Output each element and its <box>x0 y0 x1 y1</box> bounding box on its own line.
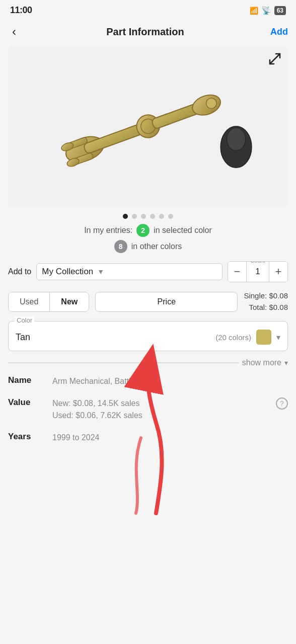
used-button[interactable]: Used <box>9 292 50 311</box>
entries-section: In my entries: 2 in selected color 8 in … <box>0 224 296 253</box>
decrement-button[interactable]: − <box>228 262 246 282</box>
show-more-text[interactable]: show more <box>242 358 281 367</box>
count-control: − Count 1 + <box>228 261 288 282</box>
color-field-label: Color <box>15 316 34 324</box>
dot-2[interactable] <box>132 214 137 219</box>
color-section: Color Tan (20 colors) ▾ <box>8 321 288 351</box>
name-row: Name Arm Mechanical, Battle Droid <box>8 375 288 387</box>
add-button[interactable]: Add <box>270 27 288 37</box>
dot-6[interactable] <box>168 214 173 219</box>
price-total: Total: $0.08 <box>244 302 288 313</box>
signal-icon: 📶 <box>250 7 258 15</box>
value-help-icon[interactable]: ? <box>276 397 288 410</box>
dot-3[interactable] <box>141 214 146 219</box>
price-info: Single: $0.08 Total: $0.08 <box>244 290 288 313</box>
dot-4[interactable] <box>150 214 155 219</box>
color-row: Tan (20 colors) ▾ <box>16 330 280 345</box>
collection-selector[interactable]: My Collection ▼ <box>36 263 223 280</box>
add-to-label: Add to <box>8 267 31 276</box>
info-section: Name Arm Mechanical, Battle Droid Value … <box>0 375 296 444</box>
price-button[interactable]: Price <box>95 292 238 312</box>
back-button[interactable]: ‹ <box>8 23 20 41</box>
dot-5[interactable] <box>159 214 164 219</box>
svg-line-2 <box>275 54 280 59</box>
show-more-row: show more ▾ <box>0 353 296 375</box>
show-more-line <box>8 362 239 363</box>
condition-toggle: Used New <box>8 292 89 312</box>
wifi-icon: 📡 <box>261 6 271 15</box>
color-name: Tan <box>16 332 210 343</box>
count-wrapper: Count 1 <box>246 262 269 282</box>
other-colors-row: 8 in other colors <box>114 240 182 253</box>
battery-badge: 63 <box>274 6 286 15</box>
value-content: New: $0.08, 14.5K sales Used: $0.06, 7.6… <box>52 397 268 422</box>
collection-dropdown-arrow: ▼ <box>97 268 104 276</box>
name-label: Name <box>8 375 44 385</box>
years-value: 1999 to 2024 <box>52 432 288 444</box>
new-button[interactable]: New <box>50 292 89 311</box>
color-swatch <box>256 330 271 345</box>
value-line2: Used: $0.06, 7.62K sales <box>52 411 142 420</box>
name-value: Arm Mechanical, Battle Droid <box>52 375 288 387</box>
color-dropdown-arrow[interactable]: ▾ <box>276 333 280 342</box>
count-value[interactable]: 1 <box>247 262 269 282</box>
nav-bar: ‹ Part Information Add <box>0 19 296 46</box>
svg-point-18 <box>227 128 245 150</box>
condition-price-row: Used New Price Single: $0.08 Total: $0.0… <box>0 290 296 313</box>
status-time: 11:00 <box>10 5 32 16</box>
expand-icon[interactable] <box>268 52 282 69</box>
entries-label: In my entries: <box>84 226 132 235</box>
part-image-container <box>8 46 288 207</box>
color-count: (20 colors) <box>215 333 251 342</box>
other-colors-text: in other colors <box>131 242 182 251</box>
price-single: Single: $0.08 <box>244 290 288 302</box>
svg-line-5 <box>270 59 275 64</box>
increment-button[interactable]: + <box>269 262 287 282</box>
entries-label-row: In my entries: 2 in selected color <box>84 224 212 237</box>
dot-1[interactable] <box>123 214 128 219</box>
value-row: Value New: $0.08, 14.5K sales Used: $0.0… <box>8 397 288 422</box>
image-dots <box>0 214 296 219</box>
part-image <box>22 54 274 199</box>
page-title: Part Information <box>106 26 184 38</box>
years-row: Years 1999 to 2024 <box>8 432 288 444</box>
years-label: Years <box>8 432 44 442</box>
status-bar: 11:00 📶 📡 63 <box>0 0 296 19</box>
status-icons: 📶 📡 63 <box>250 6 286 15</box>
value-label: Value <box>8 397 44 408</box>
add-to-section: Add to My Collection ▼ − Count 1 + <box>0 261 296 282</box>
other-colors-badge: 8 <box>114 240 127 253</box>
show-more-chevron: ▾ <box>284 359 288 367</box>
selected-color-text: in selected color <box>154 226 212 235</box>
value-line1: New: $0.08, 14.5K sales <box>52 399 139 408</box>
selected-color-badge: 2 <box>136 224 150 237</box>
collection-name: My Collection <box>42 267 93 277</box>
count-field-label: Count <box>249 261 266 264</box>
